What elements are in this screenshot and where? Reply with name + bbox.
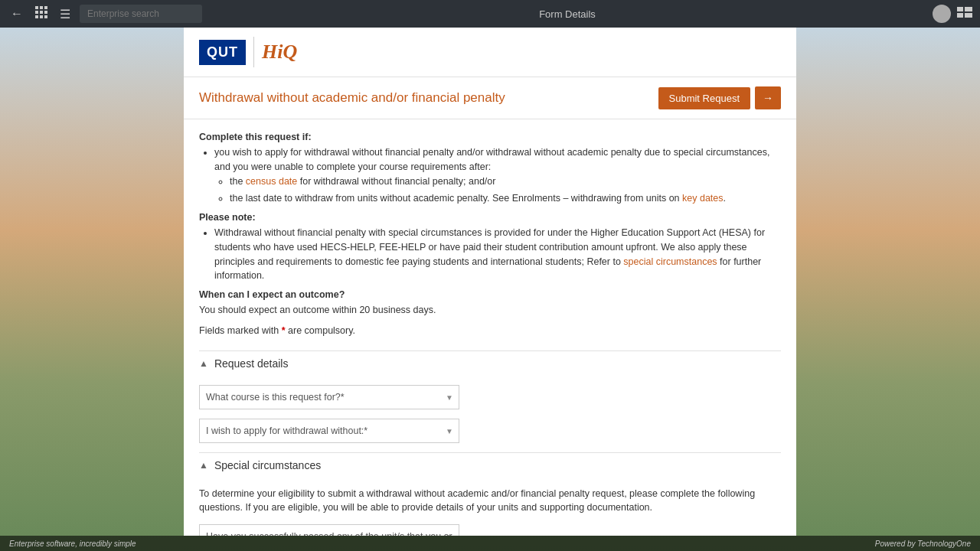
topbar: ← ​ ☰ Form Details: [0, 0, 980, 28]
svg-rect-9: [957, 7, 963, 11]
special-circumstances-link[interactable]: special circumstances: [623, 256, 717, 267]
statusbar: Enterprise software, incredibly simple P…: [0, 536, 980, 551]
when-text: You should expect an outcome within 20 b…: [199, 303, 781, 318]
form-title-bar: Withdrawal without academic and/or finan…: [184, 77, 796, 119]
svg-rect-1: [40, 6, 43, 9]
census-date-link[interactable]: census date: [246, 176, 297, 187]
submit-request-button[interactable]: Submit Request: [658, 87, 751, 109]
user-avatar[interactable]: [933, 5, 951, 23]
required-note: Fields marked with * are compulsory.: [199, 324, 781, 338]
qut-logo: QUT: [199, 40, 246, 65]
intro-section: Complete this request if: you wish to ap…: [199, 132, 781, 338]
svg-rect-11: [957, 13, 963, 18]
form-body: Complete this request if: you wish to ap…: [184, 119, 796, 536]
passed-select[interactable]: Have you successfully passed any of the …: [199, 524, 459, 536]
intro-bullets: you wish to apply for withdrawal without…: [199, 145, 781, 206]
svg-rect-7: [40, 15, 43, 18]
menu-icon[interactable]: ☰: [57, 4, 74, 24]
withdrawal-select-wrapper: I wish to apply for withdrawal without:*: [199, 419, 459, 443]
view-icon[interactable]: [957, 7, 972, 21]
course-select[interactable]: What course is this request for?*: [199, 385, 459, 409]
svg-rect-8: [44, 15, 47, 18]
please-note-bullets: Withdrawal without financial penalty wit…: [199, 226, 781, 283]
section-header-request-details: ▲ Request details: [199, 350, 781, 376]
form-header: QUT HiQ: [184, 28, 796, 77]
form-panel: QUT HiQ Withdrawal without academic and/…: [184, 28, 796, 536]
topbar-center-label: Form Details: [539, 8, 596, 20]
enterprise-search-input[interactable]: [80, 5, 202, 23]
intro-sub-bullets: the census date for withdrawal without f…: [214, 174, 781, 207]
section-header-special-circumstances: ▲ Special circumstances: [199, 452, 781, 478]
passed-select-wrapper: Have you successfully passed any of the …: [199, 524, 459, 536]
svg-rect-12: [965, 13, 972, 18]
topbar-left: ← ​ ☰: [8, 3, 202, 24]
svg-rect-0: [35, 6, 38, 9]
intro-sub-bullet-1: the census date for withdrawal without f…: [230, 174, 781, 189]
svg-rect-10: [965, 7, 972, 11]
form-group-passed: Have you successfully passed any of the …: [199, 524, 781, 536]
logo-divider: [253, 37, 254, 67]
svg-rect-5: [44, 11, 47, 14]
intro-bullet-1: you wish to apply for withdrawal without…: [214, 145, 781, 206]
course-select-wrapper: What course is this request for?*: [199, 385, 459, 409]
grid-icon[interactable]: ​: [32, 3, 51, 24]
section-title-special-circumstances: Special circumstances: [214, 459, 321, 471]
statusbar-right: Powered by TechnologyOne: [875, 540, 971, 548]
complete-if-heading: Complete this request if:: [199, 132, 781, 142]
please-note-heading: Please note:: [199, 212, 781, 223]
section-title-request-details: Request details: [214, 357, 289, 370]
form-title: Withdrawal without academic and/or finan…: [199, 90, 505, 106]
key-dates-link[interactable]: key dates: [682, 193, 724, 204]
form-title-actions: Submit Request →: [658, 86, 782, 109]
section-toggle-special-circumstances[interactable]: ▲: [199, 460, 208, 471]
svg-rect-2: [44, 6, 47, 9]
back-icon[interactable]: ←: [8, 4, 26, 24]
withdrawal-select[interactable]: I wish to apply for withdrawal without:*: [199, 419, 459, 443]
required-star: *: [282, 325, 286, 336]
please-note-text: Withdrawal without financial penalty wit…: [214, 226, 781, 283]
form-group-course: What course is this request for?*: [199, 385, 781, 409]
when-heading: When can I expect an outcome?: [199, 289, 781, 300]
topbar-right: [933, 5, 972, 23]
svg-rect-4: [40, 11, 43, 14]
hiq-logo: HiQ: [262, 41, 297, 64]
topbar-title: Form Details: [208, 8, 926, 20]
intro-sub-bullet-2: the last date to withdraw from units wit…: [230, 191, 781, 206]
form-group-withdrawal: I wish to apply for withdrawal without:*: [199, 419, 781, 443]
section-toggle-request-details[interactable]: ▲: [199, 358, 208, 369]
special-circ-description: To determine your eligibility to submit …: [199, 487, 781, 516]
arrow-button[interactable]: →: [755, 86, 781, 109]
svg-rect-3: [35, 11, 38, 14]
svg-rect-6: [35, 15, 38, 18]
statusbar-left: Enterprise software, incredibly simple: [9, 540, 136, 548]
